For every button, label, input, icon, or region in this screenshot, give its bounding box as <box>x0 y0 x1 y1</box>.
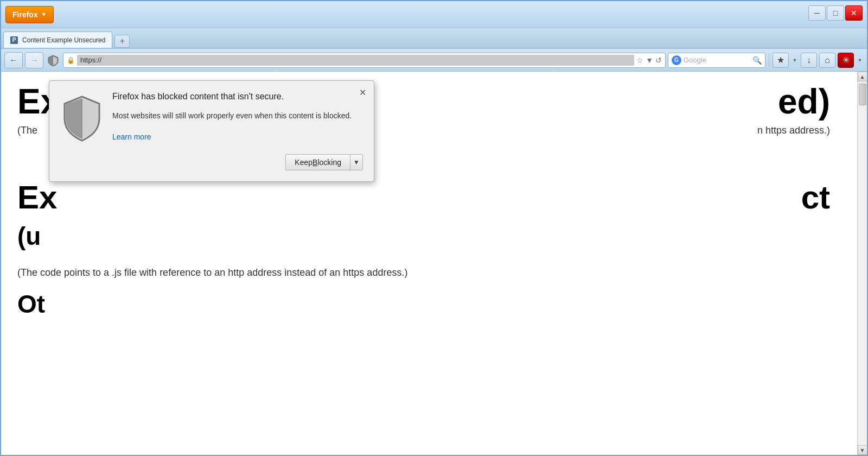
bookmarks-dropdown-arrow: ▼ <box>793 58 797 63</box>
page-subtext-1-rest: n https address.) <box>757 125 841 136</box>
search-icon[interactable]: 🔍 <box>752 56 762 65</box>
title-bar: Firefox ▼ <box>1 1 867 28</box>
bookmarks-dropdown-icon[interactable]: ▼ <box>646 56 653 65</box>
popup-description: Most websites will still work properly e… <box>112 110 363 122</box>
minimize-button[interactable]: ─ <box>808 5 826 21</box>
page-heading-1-rest: ed) <box>778 83 841 121</box>
addon-icon: ✳ <box>843 55 850 65</box>
tab-bar: P Content Example Unsecured + <box>1 28 867 49</box>
scrollbar-thumb[interactable] <box>859 84 866 105</box>
home-icon: ⌂ <box>825 55 830 65</box>
back-icon: ← <box>9 55 18 65</box>
keep-blocking-underline: B <box>312 158 317 167</box>
tab-title: Content Example Unsecured <box>22 36 105 44</box>
search-placeholder: Google <box>684 56 750 64</box>
browser-window: ─ □ ✕ Firefox ▼ P Content Example Unsecu… <box>0 0 868 456</box>
bookmarks-star-icon: ★ <box>777 55 784 65</box>
toolbar-separator <box>769 54 769 67</box>
back-button[interactable]: ← <box>4 52 23 68</box>
firefox-menu-arrow: ▼ <box>41 11 47 17</box>
popup-title: Firefox has blocked content that isn't s… <box>112 92 363 102</box>
popup-close-icon: ✕ <box>359 87 366 98</box>
keep-blocking-dropdown-button[interactable]: ▼ <box>350 154 363 170</box>
addon-dropdown-arrow: ▼ <box>858 58 863 63</box>
firefox-label: Firefox <box>12 10 38 19</box>
page-heading-4-partial: Ot <box>17 290 45 318</box>
keep-blocking-button[interactable]: Keep Blocking <box>285 154 350 170</box>
home-button[interactable]: ⌂ <box>819 53 835 68</box>
scrollbar-up-button[interactable]: ▲ <box>858 72 867 81</box>
popup-actions: Keep Blocking ▼ <box>112 154 363 170</box>
forward-button[interactable]: → <box>25 52 43 68</box>
mixed-content-shield-icon[interactable] <box>46 53 61 68</box>
learn-more-link[interactable]: Learn more <box>112 132 363 141</box>
keep-blocking-dropdown-icon: ▼ <box>353 159 360 166</box>
scrollbar-down-button[interactable]: ▼ <box>858 445 867 455</box>
scrollbar-up-icon: ▲ <box>860 74 865 80</box>
maximize-button[interactable]: □ <box>827 5 844 21</box>
url-input[interactable] <box>77 55 634 66</box>
scrollbar-track[interactable] <box>858 81 867 445</box>
close-button[interactable]: ✕ <box>845 5 863 21</box>
reload-icon[interactable]: ↺ <box>655 56 662 65</box>
bookmark-star-icon[interactable]: ☆ <box>636 56 643 65</box>
navigation-toolbar: ← → 🔒 ☆ ▼ ↺ G Google 🔍 <box>1 49 867 72</box>
window-controls: ─ □ ✕ <box>808 5 863 21</box>
popup-body: Firefox has blocked content that isn't s… <box>60 92 363 170</box>
popup-close-button[interactable]: ✕ <box>356 86 368 98</box>
scrollbar: ▲ ▼ <box>857 72 867 455</box>
security-shield-icon <box>60 94 104 137</box>
page-paragraph-1: (The code points to a .js file with refe… <box>17 267 407 278</box>
page-heading-2-rest: ct <box>801 179 841 216</box>
search-bar[interactable]: G Google 🔍 <box>668 53 765 68</box>
addon-button[interactable]: ✳ <box>838 53 854 68</box>
bookmarks-button[interactable]: ★ <box>773 53 789 68</box>
new-tab-button[interactable]: + <box>114 35 130 48</box>
download-icon: ↓ <box>807 55 811 65</box>
addon-dropdown-button[interactable]: ▼ <box>856 53 864 68</box>
mixed-content-popup: ✕ <box>49 80 374 182</box>
page-subtext-1-partial: (The <box>17 125 37 136</box>
google-icon: G <box>672 55 681 65</box>
lock-icon: 🔒 <box>67 56 75 64</box>
scrollbar-down-icon: ▼ <box>860 447 865 453</box>
address-bar[interactable]: 🔒 ☆ ▼ ↺ <box>63 53 666 68</box>
download-button[interactable]: ↓ <box>801 53 817 68</box>
bookmarks-dropdown-button[interactable]: ▼ <box>791 53 799 68</box>
forward-icon: → <box>30 55 39 65</box>
active-tab[interactable]: P Content Example Unsecured <box>3 31 112 48</box>
firefox-menu-button[interactable]: Firefox ▼ <box>5 6 54 23</box>
page-heading-2-partial: Ex <box>17 179 57 216</box>
content-area: Ex ed) (The n https address.) Ex ct (u (… <box>1 72 867 455</box>
popup-text-area: Firefox has blocked content that isn't s… <box>112 92 363 170</box>
tab-favicon: P <box>10 36 18 44</box>
page-heading-3-partial: (u <box>17 221 41 251</box>
